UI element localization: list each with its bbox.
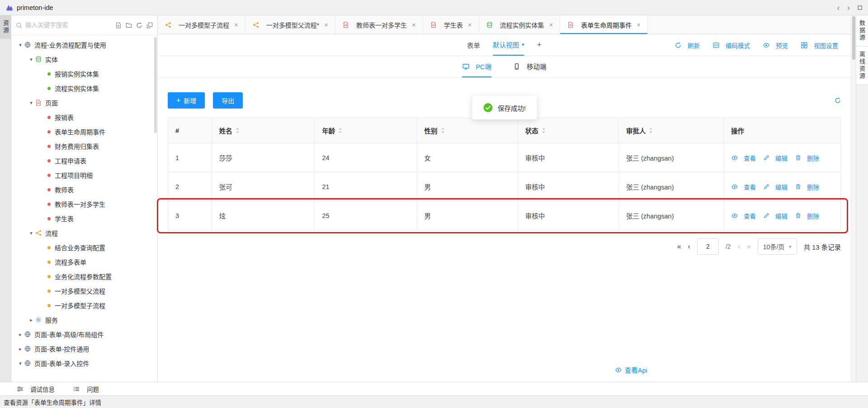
header-action-preview[interactable]: 预览 [763, 41, 788, 50]
document-tab[interactable]: 一对多模型子流程× [158, 15, 245, 34]
close-icon[interactable]: × [468, 21, 472, 28]
tree-item[interactable]: ▾实体 [11, 52, 157, 66]
column-header[interactable]: 姓名 [212, 118, 315, 143]
document-tab[interactable]: 教师表一对多学生× [335, 15, 423, 34]
tree-item[interactable]: ▸页面-表单-控件通用 [11, 342, 157, 356]
row-action-view[interactable]: 查看 [731, 182, 756, 191]
close-icon[interactable]: × [324, 21, 328, 28]
sort-icon[interactable] [441, 128, 445, 133]
tree-item[interactable]: ▾流程 [11, 226, 157, 240]
file-locate-icon[interactable] [115, 22, 122, 28]
right-panel-tab[interactable]: 数据源 [856, 15, 868, 47]
row-action-edit[interactable]: 编辑 [763, 211, 788, 220]
nav-forward-icon[interactable]: › [847, 3, 850, 12]
bottom-tab-debug-info[interactable]: 调试信息 [16, 384, 55, 394]
tree-item[interactable]: 一对多模型子流程 [11, 298, 157, 313]
jump-first-button[interactable]: « [677, 242, 681, 251]
tree-item[interactable]: 财务费用归集表 [11, 139, 157, 153]
tree-item[interactable]: ▾页面 [11, 95, 157, 110]
chevron-right-icon[interactable]: ▸ [28, 317, 35, 323]
sort-icon[interactable] [542, 128, 546, 133]
column-header[interactable]: 年龄 [315, 118, 417, 143]
tree-item[interactable]: 报销实例实体集 [11, 66, 157, 81]
row-action-view[interactable]: 查看 [731, 211, 756, 220]
next-page-button[interactable]: › [738, 242, 740, 251]
right-panel-tab[interactable]: 离线资源 [856, 47, 868, 85]
page-size-select[interactable]: 10条/页 ▾ [758, 238, 797, 255]
chevron-down-icon[interactable]: ▾ [28, 230, 35, 236]
tree-item[interactable]: 结合业务查询配置 [11, 240, 157, 255]
close-icon[interactable]: × [234, 21, 238, 28]
resources-vertical-tab[interactable]: 资源 [0, 15, 11, 39]
close-icon[interactable]: × [412, 21, 416, 28]
document-tab[interactable]: 表单生命周期事件× [560, 15, 648, 34]
main-scrollbar[interactable] [851, 15, 856, 382]
tree-item[interactable]: 教师表 [11, 182, 157, 197]
document-tab[interactable]: 流程实例实体集× [479, 15, 561, 34]
tree-item[interactable]: 教师表一对多学生 [11, 197, 157, 211]
header-action-view-settings[interactable]: 视图设置 [801, 41, 838, 50]
bottom-tab-problems[interactable]: 问题 [73, 384, 99, 394]
tree-item[interactable]: 工程申请表 [11, 153, 157, 168]
page-number-input[interactable] [697, 238, 719, 255]
view-api-link[interactable]: 查看Api [615, 365, 647, 375]
sort-icon[interactable] [338, 128, 342, 133]
row-action-delete[interactable]: 删除 [794, 211, 819, 220]
nav-back-icon[interactable]: ‹ [837, 3, 840, 12]
tree-item[interactable]: 工程项目明细 [11, 168, 157, 182]
table-row-highlighted[interactable]: 3炫25男审核中张三 (zhangsan)查看编辑删除 [168, 201, 841, 230]
tree-item[interactable]: ▾页面-表单-录入控件 [11, 356, 157, 370]
add-view-button[interactable]: + [537, 40, 542, 50]
document-tab[interactable]: 一对多模型父流程*× [245, 15, 335, 34]
tree-item[interactable]: 业务化流程参数配置 [11, 269, 157, 284]
chevron-down-icon[interactable]: ▾ [28, 100, 35, 106]
export-button[interactable]: 导出 [213, 92, 243, 109]
tree-item[interactable]: 表单生命周期事件 [11, 124, 157, 139]
tree-item[interactable]: ▸页面-表单-高级/布局组件 [11, 327, 157, 342]
prev-page-button[interactable]: ‹ [688, 242, 690, 251]
collapse-all-icon[interactable] [146, 22, 153, 28]
tree-item[interactable]: 报销表 [11, 110, 157, 124]
chevron-down-icon[interactable]: ▾ [17, 42, 24, 48]
tree-item[interactable]: 学生表 [11, 211, 157, 226]
column-header[interactable]: 审批人 [618, 118, 723, 143]
tree-item[interactable]: 流程实例实体集 [11, 81, 157, 95]
table-row[interactable]: 1莎莎24女审核中张三 (zhangsan)查看编辑删除 [168, 143, 841, 172]
device-tab-mobile[interactable]: 移动端 [513, 56, 547, 77]
sync-refresh-icon[interactable] [835, 97, 841, 104]
row-action-edit[interactable]: 编辑 [763, 182, 788, 191]
chevron-right-icon[interactable]: ▸ [17, 332, 24, 337]
header-action-refresh[interactable]: 刷新 [675, 41, 700, 50]
table-row[interactable]: 2张可21男审核中张三 (zhangsan)查看编辑删除 [168, 172, 841, 201]
sort-icon[interactable] [649, 128, 653, 133]
folder-icon[interactable] [126, 22, 132, 28]
close-icon[interactable]: × [637, 21, 641, 28]
sort-icon[interactable] [236, 128, 240, 133]
add-button[interactable]: + 新增 [168, 92, 205, 109]
maximize-icon[interactable] [857, 5, 863, 10]
close-icon[interactable]: × [549, 21, 553, 28]
tree-item[interactable]: 流程多表单 [11, 255, 157, 269]
row-action-view[interactable]: 查看 [731, 153, 756, 162]
document-tab[interactable]: 学生表× [423, 15, 479, 34]
form-tab[interactable]: 表单 [467, 34, 480, 56]
column-header[interactable]: 性别 [417, 118, 518, 143]
sidebar-scrollbar[interactable] [154, 37, 157, 133]
column-header[interactable]: 状态 [518, 118, 618, 143]
scrollbar-thumb[interactable] [852, 16, 855, 60]
tree-item[interactable]: 一对多模型父流程 [11, 284, 157, 298]
row-action-delete[interactable]: 删除 [794, 153, 819, 162]
tree-item[interactable]: ▾流程-业务流程配置与使用 [11, 38, 157, 52]
chevron-down-icon[interactable]: ▾ [17, 361, 24, 366]
chevron-right-icon[interactable]: ▸ [17, 346, 24, 352]
tree-item[interactable]: ▸服务 [11, 313, 157, 327]
jump-last-button[interactable]: » [747, 242, 751, 251]
chevron-down-icon[interactable]: ▾ [28, 57, 35, 62]
view-selector-tab[interactable]: 默认视图 ▾ [493, 34, 524, 56]
search-input[interactable] [25, 22, 112, 28]
header-action-code-mode[interactable]: 编码模式 [712, 41, 750, 50]
refresh-icon[interactable] [136, 22, 142, 28]
row-action-delete[interactable]: 删除 [794, 182, 819, 191]
device-tab-pc[interactable]: PC端 [462, 56, 491, 77]
row-action-edit[interactable]: 编辑 [763, 153, 788, 162]
